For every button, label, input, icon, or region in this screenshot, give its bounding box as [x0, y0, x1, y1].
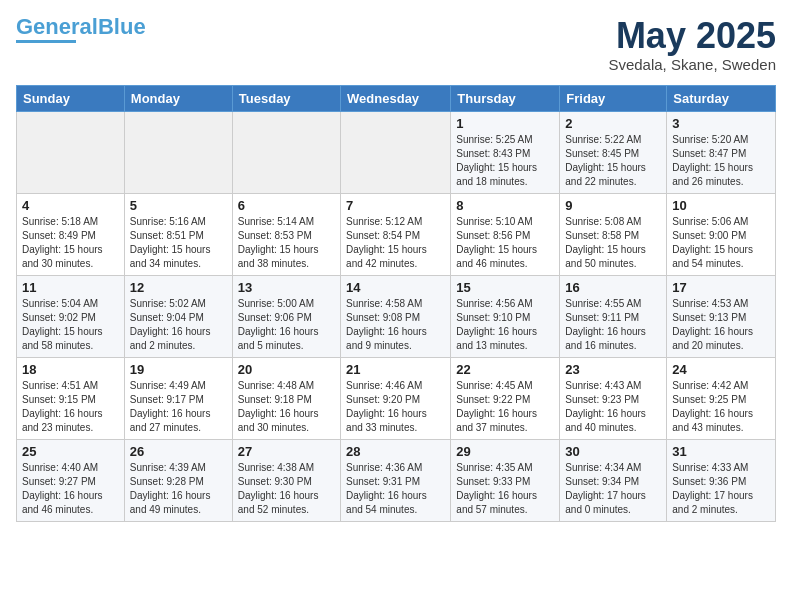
day-number: 23: [565, 362, 661, 377]
logo: GeneralBlue: [16, 16, 146, 43]
day-info: Sunrise: 5:18 AM Sunset: 8:49 PM Dayligh…: [22, 215, 119, 271]
table-row: [232, 111, 340, 193]
page-header: GeneralBlue May 2025 Svedala, Skane, Swe…: [16, 16, 776, 73]
table-row: 27Sunrise: 4:38 AM Sunset: 9:30 PM Dayli…: [232, 439, 340, 521]
header-tuesday: Tuesday: [232, 85, 340, 111]
title-block: May 2025 Svedala, Skane, Sweden: [608, 16, 776, 73]
table-row: 22Sunrise: 4:45 AM Sunset: 9:22 PM Dayli…: [451, 357, 560, 439]
calendar-header-row: Sunday Monday Tuesday Wednesday Thursday…: [17, 85, 776, 111]
table-row: 17Sunrise: 4:53 AM Sunset: 9:13 PM Dayli…: [667, 275, 776, 357]
day-number: 18: [22, 362, 119, 377]
table-row: 4Sunrise: 5:18 AM Sunset: 8:49 PM Daylig…: [17, 193, 125, 275]
day-number: 26: [130, 444, 227, 459]
calendar-week-row: 1Sunrise: 5:25 AM Sunset: 8:43 PM Daylig…: [17, 111, 776, 193]
day-info: Sunrise: 5:22 AM Sunset: 8:45 PM Dayligh…: [565, 133, 661, 189]
day-info: Sunrise: 5:12 AM Sunset: 8:54 PM Dayligh…: [346, 215, 445, 271]
day-number: 29: [456, 444, 554, 459]
day-number: 13: [238, 280, 335, 295]
header-monday: Monday: [124, 85, 232, 111]
day-info: Sunrise: 5:02 AM Sunset: 9:04 PM Dayligh…: [130, 297, 227, 353]
calendar-week-row: 18Sunrise: 4:51 AM Sunset: 9:15 PM Dayli…: [17, 357, 776, 439]
day-number: 14: [346, 280, 445, 295]
day-number: 27: [238, 444, 335, 459]
day-number: 24: [672, 362, 770, 377]
day-number: 7: [346, 198, 445, 213]
day-number: 16: [565, 280, 661, 295]
day-info: Sunrise: 4:40 AM Sunset: 9:27 PM Dayligh…: [22, 461, 119, 517]
table-row: 9Sunrise: 5:08 AM Sunset: 8:58 PM Daylig…: [560, 193, 667, 275]
table-row: 18Sunrise: 4:51 AM Sunset: 9:15 PM Dayli…: [17, 357, 125, 439]
table-row: 7Sunrise: 5:12 AM Sunset: 8:54 PM Daylig…: [341, 193, 451, 275]
table-row: 21Sunrise: 4:46 AM Sunset: 9:20 PM Dayli…: [341, 357, 451, 439]
day-number: 19: [130, 362, 227, 377]
logo-part1: General: [16, 14, 98, 39]
day-number: 31: [672, 444, 770, 459]
day-info: Sunrise: 5:20 AM Sunset: 8:47 PM Dayligh…: [672, 133, 770, 189]
day-number: 5: [130, 198, 227, 213]
day-info: Sunrise: 5:16 AM Sunset: 8:51 PM Dayligh…: [130, 215, 227, 271]
day-number: 22: [456, 362, 554, 377]
day-number: 30: [565, 444, 661, 459]
day-number: 8: [456, 198, 554, 213]
header-friday: Friday: [560, 85, 667, 111]
day-info: Sunrise: 4:35 AM Sunset: 9:33 PM Dayligh…: [456, 461, 554, 517]
header-sunday: Sunday: [17, 85, 125, 111]
day-number: 21: [346, 362, 445, 377]
day-number: 4: [22, 198, 119, 213]
day-number: 20: [238, 362, 335, 377]
day-info: Sunrise: 4:33 AM Sunset: 9:36 PM Dayligh…: [672, 461, 770, 517]
table-row: [124, 111, 232, 193]
day-number: 2: [565, 116, 661, 131]
table-row: 19Sunrise: 4:49 AM Sunset: 9:17 PM Dayli…: [124, 357, 232, 439]
day-number: 25: [22, 444, 119, 459]
calendar-title: May 2025: [608, 16, 776, 56]
day-number: 28: [346, 444, 445, 459]
day-info: Sunrise: 4:38 AM Sunset: 9:30 PM Dayligh…: [238, 461, 335, 517]
day-info: Sunrise: 4:46 AM Sunset: 9:20 PM Dayligh…: [346, 379, 445, 435]
day-info: Sunrise: 4:39 AM Sunset: 9:28 PM Dayligh…: [130, 461, 227, 517]
day-number: 3: [672, 116, 770, 131]
table-row: 25Sunrise: 4:40 AM Sunset: 9:27 PM Dayli…: [17, 439, 125, 521]
day-info: Sunrise: 5:06 AM Sunset: 9:00 PM Dayligh…: [672, 215, 770, 271]
logo-part2: Blue: [98, 14, 146, 39]
table-row: 15Sunrise: 4:56 AM Sunset: 9:10 PM Dayli…: [451, 275, 560, 357]
day-number: 12: [130, 280, 227, 295]
table-row: [17, 111, 125, 193]
calendar-week-row: 11Sunrise: 5:04 AM Sunset: 9:02 PM Dayli…: [17, 275, 776, 357]
day-info: Sunrise: 4:58 AM Sunset: 9:08 PM Dayligh…: [346, 297, 445, 353]
table-row: 23Sunrise: 4:43 AM Sunset: 9:23 PM Dayli…: [560, 357, 667, 439]
table-row: 8Sunrise: 5:10 AM Sunset: 8:56 PM Daylig…: [451, 193, 560, 275]
header-thursday: Thursday: [451, 85, 560, 111]
header-wednesday: Wednesday: [341, 85, 451, 111]
day-info: Sunrise: 5:14 AM Sunset: 8:53 PM Dayligh…: [238, 215, 335, 271]
day-info: Sunrise: 4:34 AM Sunset: 9:34 PM Dayligh…: [565, 461, 661, 517]
day-info: Sunrise: 5:04 AM Sunset: 9:02 PM Dayligh…: [22, 297, 119, 353]
calendar-week-row: 4Sunrise: 5:18 AM Sunset: 8:49 PM Daylig…: [17, 193, 776, 275]
table-row: 16Sunrise: 4:55 AM Sunset: 9:11 PM Dayli…: [560, 275, 667, 357]
day-info: Sunrise: 4:49 AM Sunset: 9:17 PM Dayligh…: [130, 379, 227, 435]
day-info: Sunrise: 4:53 AM Sunset: 9:13 PM Dayligh…: [672, 297, 770, 353]
day-number: 9: [565, 198, 661, 213]
calendar-table: Sunday Monday Tuesday Wednesday Thursday…: [16, 85, 776, 522]
day-number: 1: [456, 116, 554, 131]
day-info: Sunrise: 5:00 AM Sunset: 9:06 PM Dayligh…: [238, 297, 335, 353]
day-number: 6: [238, 198, 335, 213]
day-info: Sunrise: 5:08 AM Sunset: 8:58 PM Dayligh…: [565, 215, 661, 271]
table-row: 31Sunrise: 4:33 AM Sunset: 9:36 PM Dayli…: [667, 439, 776, 521]
table-row: [341, 111, 451, 193]
table-row: 20Sunrise: 4:48 AM Sunset: 9:18 PM Dayli…: [232, 357, 340, 439]
day-info: Sunrise: 4:45 AM Sunset: 9:22 PM Dayligh…: [456, 379, 554, 435]
logo-text: GeneralBlue: [16, 16, 146, 38]
day-info: Sunrise: 4:51 AM Sunset: 9:15 PM Dayligh…: [22, 379, 119, 435]
calendar-subtitle: Svedala, Skane, Sweden: [608, 56, 776, 73]
table-row: 2Sunrise: 5:22 AM Sunset: 8:45 PM Daylig…: [560, 111, 667, 193]
day-info: Sunrise: 5:25 AM Sunset: 8:43 PM Dayligh…: [456, 133, 554, 189]
table-row: 28Sunrise: 4:36 AM Sunset: 9:31 PM Dayli…: [341, 439, 451, 521]
day-info: Sunrise: 4:36 AM Sunset: 9:31 PM Dayligh…: [346, 461, 445, 517]
table-row: 30Sunrise: 4:34 AM Sunset: 9:34 PM Dayli…: [560, 439, 667, 521]
header-saturday: Saturday: [667, 85, 776, 111]
day-info: Sunrise: 4:55 AM Sunset: 9:11 PM Dayligh…: [565, 297, 661, 353]
table-row: 26Sunrise: 4:39 AM Sunset: 9:28 PM Dayli…: [124, 439, 232, 521]
day-info: Sunrise: 4:56 AM Sunset: 9:10 PM Dayligh…: [456, 297, 554, 353]
logo-underline: [16, 40, 76, 43]
